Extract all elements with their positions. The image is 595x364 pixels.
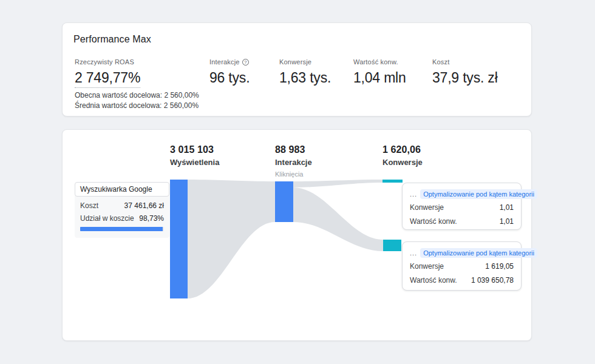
funnel-chart-card: 3 015 103 Wyświetlenia 88 983 Interakcje…: [62, 129, 532, 341]
metric-conversion-value-value: 1,04 mln: [353, 70, 406, 86]
metric-roas-label: Rzeczywisty ROAS: [75, 58, 199, 66]
column-interactions: 88 983 Interakcje Kliknięcia: [275, 144, 312, 178]
source-details: Koszt 37 461,66 zł Udział w koszcie 98,7…: [75, 195, 169, 238]
metric-roas: Rzeczywisty ROAS 2 749,77% Obecna wartoś…: [75, 58, 199, 110]
impressions-count: 3 015 103: [170, 144, 219, 155]
flow-interactions-to-conversions-large: [293, 187, 383, 251]
campaign-title: Performance Max: [73, 34, 151, 45]
node-interactions-bar[interactable]: [275, 181, 293, 222]
metric-interactions-value: 96 tys.: [209, 70, 250, 86]
conversions-label: Konwersje: [382, 158, 423, 167]
metric-conversions-label: Konwersje: [279, 58, 331, 66]
metric-cost-label: Koszt: [432, 58, 498, 66]
conv2-conversions-value: 1 619,05: [485, 262, 514, 271]
metric-conversion-value-label: Wartość konw.: [353, 58, 406, 66]
conv1-conversions-label: Konwersje: [410, 203, 444, 212]
conv2-value-value: 1 039 650,78: [471, 276, 514, 285]
conv1-conversions-row: Konwersje 1,01: [410, 203, 514, 212]
source-cost-share-label: Udział w koszcie: [80, 214, 134, 223]
conv1-value-label: Wartość konw.: [410, 217, 457, 226]
interactions-sublabel: Kliknięcia: [275, 170, 312, 178]
ads-dashboard-page: { "summary_card": { "title": "Performanc…: [0, 0, 595, 364]
truncated-prefix: ...: [410, 190, 417, 198]
cost-share-bar-track: [80, 227, 164, 231]
conversion-box-2: ... Optymalizowanie pod kątem kategorii …: [402, 241, 522, 291]
conv1-conversions-value: 1,01: [500, 203, 514, 212]
source-cost-share-row: Udział w koszcie 98,73%: [80, 214, 164, 223]
metric-interactions-label: Interakcje: [209, 58, 240, 66]
source-cost-share-value: 98,73%: [139, 214, 164, 223]
cost-share-bar-fill: [80, 227, 163, 231]
category-chip-link[interactable]: Optymalizowanie pod kątem kategorii: [420, 189, 537, 199]
conversion-box-1: ... Optymalizowanie pod kątem kategorii …: [402, 183, 522, 230]
current-target-value: Obecna wartość docelowa: 2 560,00%: [75, 90, 199, 100]
help-icon[interactable]: ?: [242, 59, 249, 66]
average-target-value: Średnia wartość docelowa: 2 560,00%: [75, 101, 199, 110]
metric-cost: Koszt 37,9 tys. zł: [432, 58, 498, 86]
node-conversions-large-bar[interactable]: [383, 240, 401, 251]
category-chip-link[interactable]: Optymalizowanie pod kątem kategorii: [420, 248, 537, 258]
source-cost-row: Koszt 37 461,66 zł: [80, 201, 164, 210]
truncated-prefix: ...: [410, 249, 417, 257]
interactions-count: 88 983: [275, 144, 312, 155]
node-conversions-small-bar[interactable]: [382, 180, 403, 183]
column-conversions: 1 620,06 Konwersje: [382, 144, 423, 167]
metric-conversions: Konwersje 1,63 tys.: [279, 58, 331, 86]
conv2-conversions-row: Konwersje 1 619,05: [410, 262, 514, 271]
interactions-label: Interakcje: [275, 158, 312, 167]
metric-cost-value: 37,9 tys. zł: [432, 70, 498, 86]
node-impressions-bar[interactable]: [170, 180, 188, 298]
metric-conversion-value: Wartość konw. 1,04 mln: [353, 58, 406, 86]
metric-roas-value[interactable]: 2 749,77%: [75, 70, 140, 88]
source-cost-label: Koszt: [80, 201, 98, 210]
conv1-value-value: 1,01: [500, 217, 514, 226]
source-info-box: Wyszukiwarka Google Koszt 37 461,66 zł U…: [75, 182, 169, 238]
conv1-value-row: Wartość konw. 1,01: [410, 217, 514, 226]
column-impressions: 3 015 103 Wyświetlenia: [170, 144, 219, 167]
metric-conversions-value: 1,63 tys.: [279, 70, 331, 86]
flow-impressions-to-interactions: [188, 180, 275, 298]
conv2-value-row: Wartość konw. 1 039 650,78: [410, 276, 514, 285]
conv2-conversions-label: Konwersje: [410, 262, 444, 271]
metric-interactions: Interakcje ? 96 tys.: [209, 58, 250, 86]
conversions-count: 1 620,06: [382, 144, 423, 155]
source-name[interactable]: Wyszukiwarka Google: [75, 182, 169, 197]
conv2-value-label: Wartość konw.: [410, 276, 457, 285]
source-cost-value: 37 461,66 zł: [124, 201, 164, 210]
performance-max-summary-card: Performance Max Rzeczywisty ROAS 2 749,7…: [62, 22, 532, 116]
impressions-label: Wyświetlenia: [170, 158, 219, 167]
flow-interactions-to-conversions-small: [293, 180, 382, 187]
